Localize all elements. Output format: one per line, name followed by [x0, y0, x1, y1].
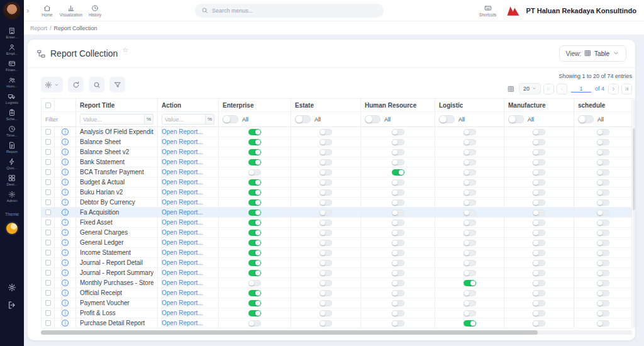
toggle-schedule[interactable]: [597, 250, 609, 256]
toggle-enterprise[interactable]: [248, 260, 261, 266]
row-options-icon[interactable]: ⋮: [62, 179, 69, 186]
row-options-icon[interactable]: ⋮: [62, 169, 69, 176]
toggle-human-resource[interactable]: [392, 250, 404, 256]
toggle-schedule[interactable]: [597, 260, 609, 266]
toggle-manufacture[interactable]: [533, 159, 545, 165]
horizontal-scrollbar-thumb[interactable]: [41, 330, 538, 335]
toggle-schedule[interactable]: [597, 310, 609, 316]
sidebar-item-desi[interactable]: Desi...: [0, 172, 24, 188]
toggle-manufacture[interactable]: [533, 149, 545, 155]
toggle-human-resource[interactable]: [392, 260, 404, 266]
open-report-link[interactable]: Open Report...: [162, 279, 203, 286]
view-selector[interactable]: View: Table: [559, 45, 626, 62]
toggle-schedule[interactable]: [597, 189, 609, 196]
toggle-enterprise[interactable]: [248, 270, 261, 276]
toggle-logistic[interactable]: [464, 189, 476, 196]
toggle-all-logistic[interactable]: [439, 115, 455, 123]
row-checkbox[interactable]: [45, 250, 51, 255]
toggle-enterprise[interactable]: [248, 149, 261, 155]
toggle-schedule[interactable]: [597, 129, 609, 135]
open-report-link[interactable]: Open Report...: [162, 229, 203, 236]
toggle-estate[interactable]: [319, 310, 332, 316]
toggle-enterprise[interactable]: [248, 179, 261, 186]
theme-color-swatch[interactable]: [6, 223, 18, 234]
toggle-logistic[interactable]: [464, 320, 476, 326]
toggle-enterprise[interactable]: [248, 169, 261, 176]
toggle-estate[interactable]: [319, 159, 332, 165]
toggle-logistic[interactable]: [464, 310, 476, 316]
toggle-manufacture[interactable]: [533, 230, 545, 236]
refresh-button[interactable]: [68, 77, 84, 92]
filter-mode-button[interactable]: %: [145, 114, 153, 125]
filter-button[interactable]: [109, 77, 125, 92]
toggle-human-resource[interactable]: [392, 199, 404, 206]
toggle-manufacture[interactable]: [533, 240, 545, 246]
row-options-icon[interactable]: ⋮: [62, 279, 69, 286]
row-checkbox[interactable]: [45, 199, 51, 205]
toggle-schedule[interactable]: [597, 300, 609, 306]
toggle-manufacture[interactable]: [533, 129, 545, 135]
row-checkbox[interactable]: [45, 220, 51, 225]
toggle-logistic[interactable]: [464, 209, 476, 216]
open-report-link[interactable]: Open Report...: [162, 219, 203, 226]
row-options-icon[interactable]: ⋮: [62, 189, 69, 196]
open-report-link[interactable]: Open Report...: [162, 159, 203, 165]
toggle-manufacture[interactable]: [533, 250, 545, 256]
row-options-icon[interactable]: ⋮: [62, 310, 69, 316]
toggle-estate[interactable]: [319, 230, 332, 236]
open-report-link[interactable]: Open Report...: [162, 299, 203, 306]
filter-input-action[interactable]: [162, 114, 206, 125]
toggle-logistic[interactable]: [464, 139, 476, 145]
sidebar-item-empl[interactable]: Empl...: [0, 41, 24, 57]
favorite-star-icon[interactable]: ☆: [122, 46, 128, 54]
toggle-schedule[interactable]: [597, 169, 609, 176]
toggle-human-resource[interactable]: [392, 189, 404, 196]
first-page-button[interactable]: [543, 84, 554, 94]
row-options-icon[interactable]: ⋮: [62, 138, 69, 145]
toggle-manufacture[interactable]: [533, 260, 545, 266]
sidebar-item-hum[interactable]: Hum...: [0, 74, 24, 90]
row-options-icon[interactable]: ⋮: [62, 199, 69, 206]
columns-icon[interactable]: [506, 84, 516, 94]
open-report-link[interactable]: Open Report...: [162, 169, 203, 176]
toggle-all-estate[interactable]: [295, 115, 311, 123]
toggle-estate[interactable]: [319, 320, 332, 326]
toggle-estate[interactable]: [319, 300, 332, 306]
toggle-enterprise[interactable]: [248, 199, 261, 206]
row-checkbox[interactable]: [45, 230, 51, 235]
toggle-human-resource[interactable]: [392, 159, 404, 165]
row-checkbox[interactable]: [45, 270, 51, 276]
toggle-human-resource[interactable]: [392, 300, 404, 306]
toggle-all-enterprise[interactable]: [223, 115, 238, 123]
toggle-manufacture[interactable]: [533, 209, 545, 216]
vertical-scrollbar-thumb[interactable]: [633, 128, 635, 210]
row-checkbox[interactable]: [45, 280, 51, 286]
toggle-logistic[interactable]: [464, 300, 476, 306]
toggle-schedule[interactable]: [597, 209, 609, 216]
toggle-human-resource[interactable]: [392, 270, 404, 276]
row-options-icon[interactable]: ⋮: [62, 219, 69, 226]
toggle-human-resource[interactable]: [392, 320, 404, 326]
sidebar-item-quic[interactable]: Quic...: [0, 155, 24, 172]
toggle-estate[interactable]: [319, 220, 332, 226]
row-checkbox[interactable]: [45, 240, 51, 245]
toggle-estate[interactable]: [319, 260, 332, 266]
open-report-link[interactable]: Open Report...: [162, 310, 203, 316]
toggle-enterprise[interactable]: [248, 230, 261, 236]
toggle-manufacture[interactable]: [533, 300, 545, 306]
open-report-link[interactable]: Open Report...: [162, 138, 203, 145]
row-options-icon[interactable]: ⋮: [62, 229, 69, 236]
sidebar-item-logistic[interactable]: Logistic: [0, 90, 24, 106]
topnav-history[interactable]: History: [83, 4, 107, 17]
toggle-all-manufacture[interactable]: [508, 115, 524, 123]
toggle-schedule[interactable]: [597, 240, 609, 246]
global-search[interactable]: [195, 4, 384, 18]
gear-button[interactable]: [41, 77, 63, 92]
toggle-human-resource[interactable]: [392, 310, 404, 316]
row-checkbox[interactable]: [45, 290, 51, 296]
toggle-logistic[interactable]: [464, 220, 476, 226]
toggle-schedule[interactable]: [597, 280, 609, 286]
toggle-logistic[interactable]: [464, 290, 476, 296]
toggle-schedule[interactable]: [597, 270, 609, 276]
toggle-schedule[interactable]: [597, 199, 609, 206]
